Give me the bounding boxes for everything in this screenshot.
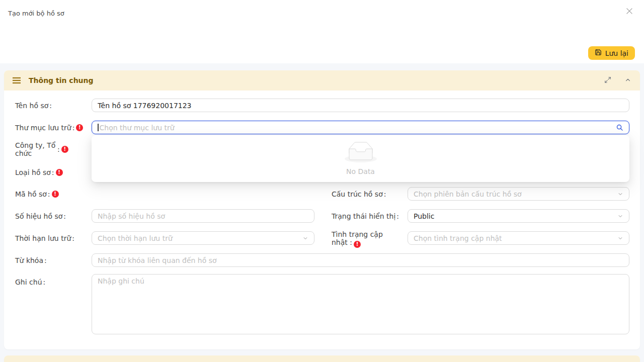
cau-truc-ho-so-select[interactable]: Chọn phiên bản cấu trúc hồ sơ bbox=[408, 187, 629, 201]
required-icon: ! bbox=[61, 146, 68, 153]
empty-text: No Data bbox=[346, 167, 375, 175]
label-so-hieu-ho-so: Số hiệu hồ sơ: bbox=[15, 209, 67, 223]
select-dropdown: No Data bbox=[92, 135, 629, 182]
ten-ho-so-input[interactable] bbox=[92, 99, 629, 112]
label-loai-ho-so: Loại hồ sơ:! bbox=[15, 165, 63, 179]
drag-handle-icon[interactable] bbox=[13, 77, 21, 84]
thu-muc-luu-tru-select[interactable]: Chọn thư mục lưu trữ bbox=[92, 121, 629, 134]
next-section bbox=[4, 355, 640, 362]
save-button-label: Lưu lại bbox=[605, 49, 628, 57]
ghi-chu-textarea[interactable] bbox=[92, 274, 629, 334]
chevron-down-icon bbox=[617, 191, 623, 197]
tinh-trang-cap-nhat-select[interactable]: Chọn tình trạng cập nhật bbox=[408, 231, 629, 245]
required-icon: ! bbox=[56, 169, 63, 176]
required-icon: ! bbox=[52, 191, 59, 198]
label-ten-ho-so: Tên hồ sơ: bbox=[15, 99, 53, 112]
chevron-down-icon bbox=[302, 235, 308, 241]
trang-thai-hien-thi-select[interactable]: Public bbox=[408, 209, 629, 223]
label-trang-thai-hien-thi: Trạng thái hiển thị: bbox=[332, 209, 400, 223]
required-icon: ! bbox=[76, 124, 83, 131]
close-button[interactable] bbox=[623, 5, 636, 18]
label-tinh-trang-cap-nhat: Tình trạng cập nhật :! bbox=[332, 230, 386, 248]
general-info-header: Thông tin chung bbox=[4, 70, 640, 90]
label-thoi-han-luu-tru: Thời hạn lưu trữ: bbox=[15, 231, 76, 245]
chevron-down-icon bbox=[617, 235, 623, 241]
label-tu-khoa: Từ khóa: bbox=[15, 253, 48, 267]
general-info-section: Thông tin chung Tên hồ sơ: Thư bbox=[4, 70, 640, 349]
save-button[interactable]: Lưu lại bbox=[588, 46, 635, 60]
thoi-han-luu-tru-select[interactable]: Chọn thời hạn lưu trữ bbox=[92, 231, 314, 245]
text-cursor bbox=[98, 124, 99, 131]
empty-inbox-icon bbox=[345, 142, 377, 164]
next-section-header[interactable] bbox=[4, 355, 640, 362]
so-hieu-ho-so-input[interactable] bbox=[92, 209, 314, 223]
expand-section-button[interactable] bbox=[604, 76, 611, 85]
search-icon bbox=[616, 124, 623, 131]
label-thu-muc-luu-tru: Thư mục lưu trữ:! bbox=[15, 121, 83, 134]
chevron-down-icon bbox=[617, 213, 623, 219]
required-icon: ! bbox=[354, 241, 361, 248]
label-ghi-chu: Ghi chú: bbox=[15, 275, 47, 289]
expand-icon bbox=[604, 76, 611, 85]
collapse-section-button[interactable] bbox=[624, 76, 631, 85]
tu-khoa-input[interactable] bbox=[92, 253, 629, 267]
close-icon bbox=[625, 7, 634, 17]
label-cong-ty-to-chuc: Công ty, Tổ chức:! bbox=[15, 141, 68, 157]
save-icon bbox=[595, 49, 602, 57]
section-title: Thông tin chung bbox=[29, 76, 94, 84]
create-record-modal: Tạo mới bộ hồ sơ Lưu lại Thông tin chung bbox=[0, 0, 644, 362]
label-cau-truc-ho-so: Cấu trúc hồ sơ: bbox=[332, 187, 387, 201]
chevron-up-icon bbox=[624, 76, 631, 85]
label-ma-ho-so: Mã hồ sơ:! bbox=[15, 187, 59, 201]
modal-title: Tạo mới bộ hồ sơ bbox=[8, 10, 64, 17]
